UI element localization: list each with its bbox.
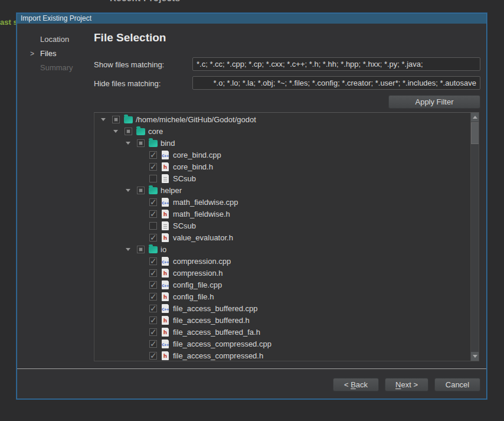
text-file-icon <box>162 174 169 183</box>
row-icon-slot <box>161 221 170 230</box>
row-label: SCsub <box>173 221 196 230</box>
cancel-button[interactable]: Cancel <box>434 378 480 391</box>
text-file-icon <box>162 221 169 230</box>
page-title: File Selection <box>94 31 166 44</box>
row-checkbox[interactable] <box>149 328 157 336</box>
expander-down-icon[interactable] <box>101 118 106 121</box>
tree-row[interactable]: math_fieldwise.h <box>94 208 470 220</box>
expander-down-icon[interactable] <box>126 248 130 251</box>
expander-slot <box>124 248 137 251</box>
tree-row[interactable]: /home/michele/GitHub/Godot/godot <box>94 113 470 125</box>
header-file-icon <box>162 328 169 337</box>
row-icon-slot <box>123 115 133 123</box>
dialog-titlebar[interactable]: Import Existing Project <box>17 14 486 24</box>
row-checkbox[interactable] <box>149 316 157 324</box>
header-file-icon <box>162 316 169 325</box>
row-checkbox[interactable] <box>112 116 120 123</box>
tree-row[interactable]: value_evaluator.h <box>94 231 470 243</box>
tree-row[interactable]: config_file.h <box>94 291 470 302</box>
back-button-label: < Back <box>344 380 368 389</box>
tree-row[interactable]: SCsub <box>94 172 470 184</box>
hide-files-input[interactable]: *.o; *.lo; *.la; *.obj; *~; *.files; *.c… <box>192 76 480 90</box>
row-checkbox[interactable] <box>149 163 157 171</box>
row-label: file_access_buffered.h <box>173 316 250 325</box>
tree-row[interactable]: file_access_compressed.cpp <box>94 338 470 350</box>
row-checkbox[interactable] <box>137 187 145 194</box>
row-checkbox[interactable] <box>149 210 157 218</box>
row-checkbox[interactable] <box>125 128 132 135</box>
row-label: config_file.h <box>173 292 214 301</box>
show-files-input[interactable]: *.c; *.cc; *.cpp; *.cp; *.cxx; *.c++; *.… <box>192 57 480 71</box>
tree-row[interactable]: file_access_compressed.h <box>94 350 470 361</box>
step-label: Files <box>40 49 56 58</box>
scrollbar-thumb[interactable] <box>471 122 479 144</box>
scrollbar-up-button[interactable] <box>471 113 479 122</box>
row-icon-slot <box>161 280 170 289</box>
row-label: compression.h <box>173 269 223 278</box>
tree-row[interactable]: core <box>94 125 470 137</box>
row-label: value_evaluator.h <box>173 233 233 242</box>
row-icon-slot <box>136 127 145 135</box>
show-files-label: Show files matching: <box>94 60 164 69</box>
folder-icon <box>149 246 158 253</box>
next-button[interactable]: Next > <box>385 378 428 391</box>
row-label: file_access_compressed.h <box>173 351 263 360</box>
tree-row[interactable]: math_fieldwise.cpp <box>94 196 470 208</box>
tree-row[interactable]: compression.h <box>94 267 470 279</box>
step-label: Location <box>40 35 69 44</box>
row-icon-slot <box>161 351 170 360</box>
expander-down-icon[interactable] <box>126 189 130 192</box>
row-checkbox[interactable] <box>149 234 157 241</box>
tree-row[interactable]: config_file.cpp <box>94 279 470 291</box>
row-checkbox[interactable] <box>149 257 157 265</box>
row-icon-slot <box>161 304 170 313</box>
tree-row[interactable]: helper <box>94 184 470 196</box>
row-checkbox[interactable] <box>149 198 157 206</box>
expander-down-icon[interactable] <box>126 142 130 145</box>
row-checkbox[interactable] <box>149 281 157 289</box>
next-button-label: Next > <box>395 380 418 389</box>
back-button[interactable]: < Back <box>333 378 379 391</box>
expander-slot <box>124 142 137 145</box>
expander-down-icon[interactable] <box>113 130 118 133</box>
tree-row[interactable]: file_access_buffered_fa.h <box>94 326 470 338</box>
header-file-icon <box>162 292 169 301</box>
row-label: bind <box>161 139 175 148</box>
row-icon-slot <box>161 233 170 242</box>
tree-row[interactable]: SCsub <box>94 220 470 231</box>
tree-scrollbar[interactable] <box>470 113 479 361</box>
row-checkbox[interactable] <box>149 352 157 360</box>
tree-row[interactable]: bind <box>94 137 470 149</box>
step-location[interactable]: > Location <box>40 35 73 49</box>
row-checkbox[interactable] <box>149 151 157 159</box>
scrollbar-down-button[interactable] <box>471 352 479 361</box>
tree-row[interactable]: io <box>94 243 470 255</box>
row-checkbox[interactable] <box>149 175 157 182</box>
row-label: core_bind.h <box>173 162 213 171</box>
cpp-file-icon <box>162 257 169 266</box>
background-recent-projects-text: Recent Projects <box>110 0 180 3</box>
tree-row[interactable]: file_access_buffered.h <box>94 314 470 326</box>
row-checkbox[interactable] <box>137 139 145 147</box>
row-icon-slot <box>161 257 170 266</box>
folder-icon <box>149 187 158 194</box>
tree-row[interactable]: core_bind.h <box>94 161 470 172</box>
row-icon-slot <box>161 269 170 278</box>
step-files[interactable]: > Files <box>40 49 73 63</box>
apply-filter-button[interactable]: Apply Filter <box>388 95 480 109</box>
file-tree[interactable]: /home/michele/GitHub/Godot/godot core bi… <box>94 112 479 361</box>
tree-row[interactable]: compression.cpp <box>94 255 470 267</box>
row-checkbox[interactable] <box>149 305 157 312</box>
tree-row[interactable]: core_bind.cpp <box>94 149 470 161</box>
tree-rows: /home/michele/GitHub/Godot/godot core bi… <box>94 113 470 361</box>
row-checkbox[interactable] <box>137 246 145 253</box>
cpp-file-icon <box>162 340 169 348</box>
import-existing-project-dialog: Import Existing Project > Location > Fil… <box>17 13 487 399</box>
show-files-value: *.c; *.cc; *.cpp; *.cp; *.cxx; *.c++; *.… <box>197 58 423 70</box>
row-checkbox[interactable] <box>149 340 157 348</box>
row-checkbox[interactable] <box>149 293 157 301</box>
tree-row[interactable]: file_access_buffered.cpp <box>94 302 470 314</box>
folder-icon <box>149 140 158 147</box>
row-checkbox[interactable] <box>149 222 157 230</box>
row-checkbox[interactable] <box>149 269 157 277</box>
